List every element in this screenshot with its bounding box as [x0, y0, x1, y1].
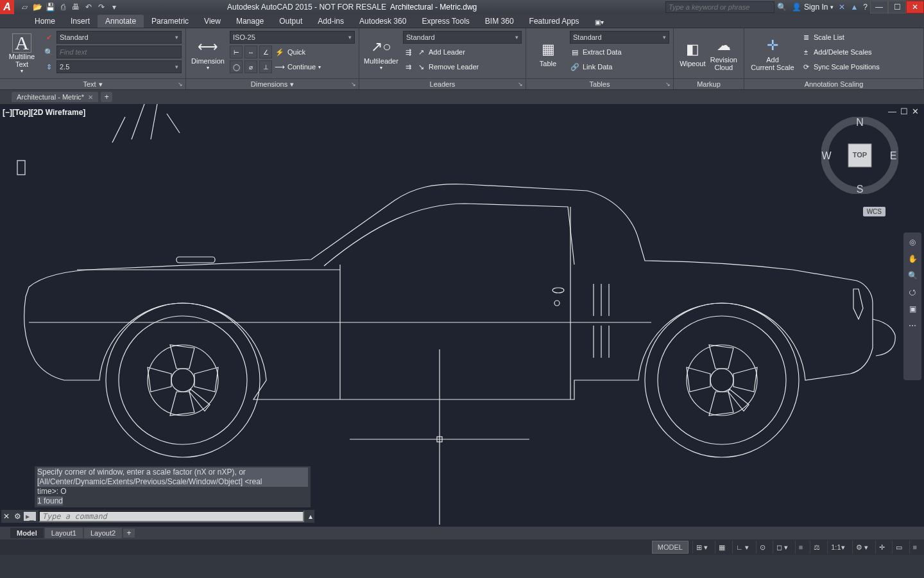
status-annoscale-icon[interactable]: ⚖ [810, 541, 823, 554]
dimension-button[interactable]: ⟷ Dimension ▾ [190, 31, 226, 76]
nav-pan-icon[interactable]: ✋ [907, 253, 918, 265]
maximize-button[interactable]: ☐ [888, 1, 906, 13]
qat-open-icon[interactable]: 📂 [32, 2, 42, 12]
spellcheck-icon[interactable]: ✔ [44, 32, 54, 42]
help-icon[interactable]: ? [863, 3, 868, 12]
exchange-icon[interactable]: ✕ [839, 3, 845, 12]
viewcube[interactable]: TOP N S W E [821, 117, 898, 194]
a360-icon[interactable]: ▲ [850, 3, 858, 12]
sync-scale-positions-button[interactable]: ⟳ Sync Scale Positions [801, 60, 920, 73]
nav-more-icon[interactable]: ⋯ [907, 320, 918, 331]
scale-list-button[interactable]: ≣ Scale List [801, 31, 920, 44]
qat-redo-icon[interactable]: ↷ [96, 2, 107, 12]
wipeout-button[interactable]: ◧ Wipeout [678, 31, 708, 76]
leader-collect-icon[interactable]: ⇉ [403, 62, 413, 72]
continue-dim-button[interactable]: Continue [287, 63, 316, 71]
status-osnap-icon[interactable]: ◻ ▾ [773, 541, 791, 554]
qat-saveas-icon[interactable]: ⎙ [58, 2, 68, 12]
viewcube-top[interactable]: TOP [853, 151, 867, 159]
nav-zoom-icon[interactable]: 🔍 [907, 270, 918, 281]
layout-tab-layout1[interactable]: Layout1 [45, 528, 83, 538]
wcs-badge[interactable]: WCS [863, 207, 886, 216]
quick-dim-button[interactable]: Quick [287, 48, 305, 56]
status-plus-icon[interactable]: ✛ [875, 541, 888, 554]
document-tab[interactable]: Architectural - Metric* ✕ [12, 92, 98, 102]
status-customize-icon[interactable]: ≡ [909, 541, 920, 554]
table-style-combo[interactable]: Standard▾ [570, 31, 669, 44]
tab-manage[interactable]: Manage [228, 15, 271, 28]
qat-new-icon[interactable]: ▱ [19, 2, 30, 12]
status-monitor-icon[interactable]: ▭ [892, 541, 905, 554]
close-tab-icon[interactable]: ✕ [88, 94, 93, 101]
viewcube-n[interactable]: N [856, 117, 864, 128]
find-text-input[interactable] [56, 46, 182, 58]
signin-button[interactable]: 👤 Sign In ▾ [792, 3, 834, 12]
command-input[interactable] [38, 511, 304, 522]
dim-angular-icon[interactable]: ∠ [259, 46, 272, 58]
add-layout-button[interactable]: + [123, 529, 135, 538]
status-ortho-icon[interactable]: ∟ ▾ [732, 541, 752, 554]
panel-title-leaders[interactable]: Leaders↘ [359, 78, 526, 89]
tab-annotate[interactable]: Annotate [98, 15, 144, 28]
layout-tab-layout2[interactable]: Layout2 [84, 528, 122, 538]
viewcube-w[interactable]: W [821, 150, 832, 161]
qat-more-icon[interactable]: ▾ [109, 2, 119, 12]
tab-featuredapps[interactable]: Featured Apps [522, 15, 587, 28]
remove-leader-button[interactable]: ⇉ ↘ Remove Leader [403, 60, 522, 73]
viewcube-e[interactable]: E [890, 150, 897, 161]
status-gear-icon[interactable]: ⚙ ▾ [852, 541, 871, 554]
extract-data-button[interactable]: ▤ Extract Data [570, 46, 669, 58]
drawing-canvas[interactable]: [−][Top][2D Wireframe] — ☐ ✕ [0, 104, 924, 527]
status-grid-icon[interactable]: ⊞ ▾ [692, 541, 711, 554]
status-lineweight-icon[interactable]: ≡ [795, 541, 806, 554]
cmd-history-toggle-icon[interactable]: ▴ [307, 512, 314, 521]
status-scale-combo[interactable]: 1:1 ▾ [827, 541, 848, 554]
text-style-combo[interactable]: Standard▾ [56, 31, 182, 44]
qat-print-icon[interactable]: 🖶 [71, 2, 81, 12]
tab-autodesk360[interactable]: Autodesk 360 [352, 15, 414, 28]
dim-ordinate-icon[interactable]: ⊥ [259, 60, 272, 73]
nav-wheel-icon[interactable]: ◎ [907, 236, 918, 248]
status-polar-icon[interactable]: ⊙ [756, 541, 769, 554]
dim-diameter-icon[interactable]: ⌀ [244, 60, 257, 73]
panel-title-tables[interactable]: Tables↘ [526, 78, 673, 89]
add-current-scale-button[interactable]: ✛ Add Current Scale [748, 31, 797, 76]
add-leader-button[interactable]: ⇶ ↗ Add Leader [403, 46, 522, 58]
status-model-button[interactable]: MODEL [652, 541, 689, 554]
link-data-button[interactable]: 🔗 Link Data [570, 60, 669, 73]
cmd-close-icon[interactable]: ✕ [1, 512, 12, 521]
dim-aligned-icon[interactable]: ↔ [244, 46, 257, 58]
text-height-combo[interactable]: 2.5▾ [56, 60, 182, 73]
tab-bim360[interactable]: BIM 360 [477, 15, 522, 28]
panel-title-text[interactable]: Text ▾↘ [0, 78, 185, 89]
multileader-button[interactable]: ↗○ Multileader ▾ [363, 31, 399, 76]
qat-undo-icon[interactable]: ↶ [83, 2, 94, 12]
minimize-button[interactable]: — [870, 1, 888, 13]
cmd-config-icon[interactable]: ⚙ [14, 512, 21, 521]
tab-insert[interactable]: Insert [63, 15, 98, 28]
tab-output[interactable]: Output [271, 15, 310, 28]
new-document-tab-button[interactable]: + [101, 92, 112, 102]
dim-radius-icon[interactable]: ◯ [230, 60, 243, 73]
tab-expresstools[interactable]: Express Tools [414, 15, 477, 28]
app-icon[interactable]: A [0, 0, 14, 14]
find-icon[interactable]: 🔍 [44, 47, 54, 57]
dim-linear-icon[interactable]: ⊢ [230, 46, 243, 58]
table-button[interactable]: ▦ Table [530, 31, 566, 76]
tab-addins[interactable]: Add-ins [310, 15, 352, 28]
viewcube-s[interactable]: S [857, 184, 864, 194]
tab-overflow-icon[interactable]: ▣▾ [587, 17, 612, 28]
tab-view[interactable]: View [196, 15, 228, 28]
revision-cloud-button[interactable]: ☁ Revision Cloud [708, 31, 740, 76]
tab-home[interactable]: Home [27, 15, 63, 28]
nav-orbit-icon[interactable]: ⭯ [907, 286, 918, 298]
infocenter-icon[interactable]: 🔍 [777, 3, 787, 12]
dim-style-combo[interactable]: ISO-25▾ [230, 31, 355, 44]
leader-align-icon[interactable]: ⇶ [403, 47, 413, 57]
status-snap-icon[interactable]: ▦ [715, 541, 728, 554]
panel-title-dimensions[interactable]: Dimensions ▾↘ [186, 78, 359, 89]
layout-tab-model[interactable]: Model [10, 528, 44, 538]
close-button[interactable]: ✕ [906, 1, 924, 13]
qat-save-icon[interactable]: 💾 [45, 2, 55, 12]
leader-style-combo[interactable]: Standard▾ [403, 31, 522, 44]
